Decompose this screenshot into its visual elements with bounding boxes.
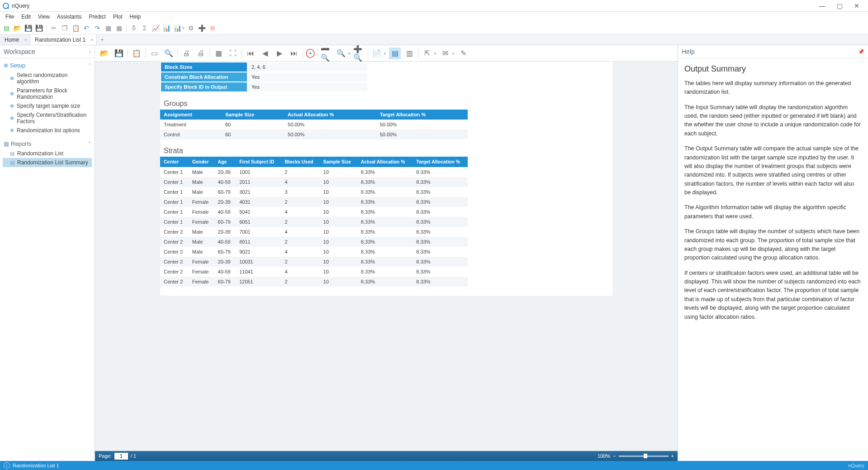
menu-help[interactable]: Help xyxy=(126,13,145,21)
saveall-icon[interactable]: 💾 xyxy=(34,24,43,33)
chevron-up-icon: ˄ xyxy=(89,141,91,146)
cell: 2 xyxy=(281,277,319,287)
maximize-button[interactable]: ▢ xyxy=(831,2,848,10)
zoom-icon[interactable]: 🔍 xyxy=(335,48,347,59)
dropdown-icon[interactable]: ▾ xyxy=(434,51,436,56)
cell: 8.33% xyxy=(357,187,413,197)
cell: 10 xyxy=(320,247,357,257)
compass-icon[interactable]: ✦ xyxy=(306,49,315,58)
prev-page-icon[interactable]: ◀ xyxy=(259,48,271,59)
next-page-icon[interactable]: ▶ xyxy=(274,48,285,59)
cut-icon[interactable]: ✂ xyxy=(49,24,58,33)
gear-icon[interactable]: ⚙ xyxy=(186,24,195,33)
clipboard-icon[interactable]: 📋 xyxy=(131,48,142,59)
setup-item-centers[interactable]: ✲Specify Centers/Stratification Factors xyxy=(3,110,92,126)
setup-item-sample-size[interactable]: ✲Specify target sample size xyxy=(3,101,92,110)
report-item-summary[interactable]: ▤Randomization List Summary xyxy=(3,158,92,167)
cell: 50.00% xyxy=(376,120,468,129)
dropdown-icon[interactable]: ▾ xyxy=(384,51,386,56)
fit-icon[interactable]: ⛶ xyxy=(227,48,239,59)
dropdown-icon[interactable]: ▾ xyxy=(182,26,185,30)
tab-close-icon[interactable]: × xyxy=(24,37,27,43)
cell: Male xyxy=(189,237,214,247)
setup-item-algorithm[interactable]: ✲Select randomization algorithm xyxy=(3,71,92,86)
tab-home[interactable]: Home × xyxy=(0,34,30,45)
delta-icon[interactable]: δ xyxy=(129,24,138,33)
open-icon[interactable]: 📂 xyxy=(13,24,22,33)
first-page-icon[interactable]: ⏮ xyxy=(245,48,256,59)
copy-icon[interactable]: ❐ xyxy=(60,24,69,33)
print-preview-icon[interactable]: 🖨 xyxy=(195,48,207,59)
cell: 20-39 xyxy=(214,197,236,207)
layout-icon[interactable]: ▦ xyxy=(213,48,224,59)
dropdown-icon[interactable]: ▾ xyxy=(348,51,351,56)
help-para: The tables here will display summary inf… xyxy=(684,79,862,97)
open-folder-icon[interactable]: 📂 xyxy=(99,48,110,59)
page-input[interactable] xyxy=(114,453,128,460)
export-icon[interactable]: ⇱ xyxy=(421,48,433,59)
collapse-icon[interactable]: ‹ xyxy=(89,49,91,54)
menu-plot[interactable]: Plot xyxy=(109,13,126,21)
two-page-icon[interactable]: ▥ xyxy=(403,48,415,59)
cell-label: Block Sizes xyxy=(161,62,247,72)
pin-icon[interactable]: 📌 xyxy=(858,49,864,55)
workspace-header[interactable]: Workspace ‹ xyxy=(0,45,95,58)
menu-view[interactable]: View xyxy=(34,13,53,21)
grid-icon[interactable]: ▦ xyxy=(104,24,113,33)
continuous-mode-icon[interactable]: ▤ xyxy=(389,48,401,59)
undo-icon[interactable]: ↶ xyxy=(82,24,91,33)
setup-item-params[interactable]: ✲Parameters for Block Randomization xyxy=(3,86,92,101)
save-icon[interactable]: 💾 xyxy=(24,24,33,33)
menu-assistants[interactable]: Assistants xyxy=(53,13,85,21)
paste-icon[interactable]: 📋 xyxy=(71,24,80,33)
add-icon[interactable]: ➕ xyxy=(197,24,206,33)
last-page-icon[interactable]: ⏭ xyxy=(288,48,300,59)
tab-randomization-list-1[interactable]: Randomization List 1 × xyxy=(30,34,97,45)
zoom-in-button[interactable]: + xyxy=(671,453,674,459)
cell: Center 1 xyxy=(160,207,189,217)
menu-file[interactable]: File xyxy=(2,13,18,21)
cell: 8.33% xyxy=(357,267,413,277)
close-button[interactable]: ✕ xyxy=(848,2,865,10)
cell: 60 xyxy=(222,129,284,139)
find-icon[interactable]: 🔍 xyxy=(163,48,175,59)
dropdown-icon[interactable]: ▾ xyxy=(452,51,455,56)
tab-add-button[interactable]: + xyxy=(97,34,108,45)
cell: Center 1 xyxy=(160,217,189,227)
report-item-list[interactable]: ▤Randomization List xyxy=(3,149,92,158)
select-icon[interactable]: ▭ xyxy=(148,48,160,59)
report-canvas[interactable]: Block Sizes2, 4, 6 Constrain Block Alloc… xyxy=(95,62,678,451)
cell: 8.33% xyxy=(413,267,468,277)
cell: 10 xyxy=(320,197,357,207)
grid2-icon[interactable]: ▦ xyxy=(114,24,123,33)
cell: Center 2 xyxy=(160,267,189,277)
table-row: Center 2Female60-79120512108.33%8.33% xyxy=(160,277,468,287)
col-assignment: Assignment xyxy=(160,110,222,120)
remove-icon[interactable]: ⊘ xyxy=(208,24,217,33)
new-icon[interactable]: ▤ xyxy=(2,24,11,33)
page-mode-icon[interactable]: 📄 xyxy=(371,48,383,59)
chart-rand-icon[interactable]: 📊 xyxy=(173,24,182,33)
status-brand: nQuery xyxy=(848,463,864,468)
minimize-button[interactable]: — xyxy=(814,2,831,10)
email-icon[interactable]: ✉ xyxy=(439,48,451,59)
setup-group[interactable]: ✲ Setup ˄ xyxy=(3,60,92,71)
zoom-out-button[interactable]: − xyxy=(613,453,616,459)
zoom-in-icon[interactable]: ➕🔍 xyxy=(353,48,365,59)
reports-group[interactable]: ▦ Reports ˄ xyxy=(3,139,92,149)
zoom-slider[interactable] xyxy=(619,456,669,457)
redo-icon[interactable]: ↷ xyxy=(93,24,102,33)
help-body[interactable]: Output Summary The tables here will disp… xyxy=(678,58,868,332)
cell-value: Yes xyxy=(248,72,367,82)
menu-edit[interactable]: Edit xyxy=(18,13,34,21)
chart-bar-icon[interactable]: 📊 xyxy=(162,24,171,33)
save-icon[interactable]: 💾 xyxy=(113,48,125,59)
sigma-icon[interactable]: Σ xyxy=(140,24,149,33)
chart-line-icon[interactable]: 📈 xyxy=(151,24,160,33)
menu-predict[interactable]: Predict xyxy=(85,13,109,21)
tab-close-icon[interactable]: × xyxy=(91,37,94,43)
setup-item-options[interactable]: ✲Randomization list options xyxy=(3,126,92,135)
zoom-out-icon[interactable]: ➖🔍 xyxy=(321,48,332,59)
edit-doc-icon[interactable]: ✎ xyxy=(457,48,469,59)
print-icon[interactable]: 🖨 xyxy=(180,48,192,59)
